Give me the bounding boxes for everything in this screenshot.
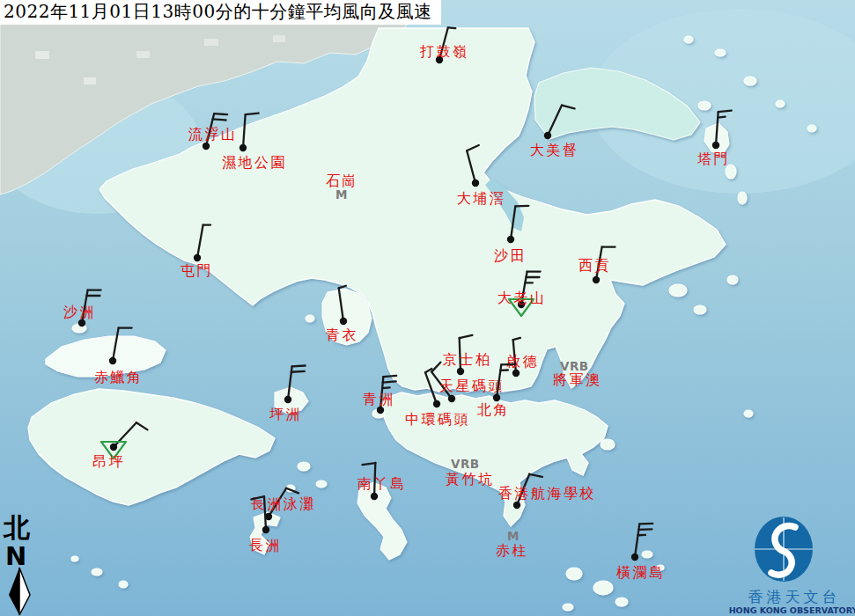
station-dot [433,400,440,407]
station-dot [457,368,464,375]
station-label: 長洲 [249,537,282,554]
station-label: 沙田 [494,247,527,264]
station-label: 濕地公園 [222,154,287,171]
station-label: 大老山 [498,290,547,306]
station-dot [262,526,269,533]
station-label: 天星碼頭 [439,378,505,394]
wind-barb-half [382,387,389,388]
wind-barb-full [214,114,227,114]
wind-barb-half [448,27,455,28]
wind-map: 打鼓嶺流浮山濕地公園M石崗大美督塔門大埔滘沙田西貢大老山沙洲屯門赤鱲角青衣坪洲京… [0,0,855,616]
station-dot [448,395,455,402]
station-dot [507,236,514,243]
station-label: 北角 [477,401,510,418]
wind-barb-full [638,529,652,530]
map-background: 打鼓嶺流浮山濕地公園M石崗大美督塔門大埔滘沙田西貢大老山沙洲屯門赤鱲角青衣坪洲京… [0,0,855,616]
station-dot [371,493,378,500]
data-mark: M [507,529,520,543]
wind-barb-full [213,119,226,120]
station-label: 流浮山 [188,126,238,143]
station-dot [284,396,291,403]
station-label: 屯門 [181,262,213,279]
station-label: 啟德 [506,353,539,370]
station-label: 香港航海學校 [498,485,596,502]
station-dot [512,370,520,377]
hko-name-english: HONG KONG OBSERVATORY [729,605,855,615]
data-mark: M [335,187,348,202]
station-dot [109,357,116,364]
station-label: 青洲 [363,391,395,407]
station-dot [712,142,719,149]
wind-barb-full [719,111,732,113]
wind-barb-full [515,206,528,207]
station-dot [78,319,85,326]
station-label: 塔門 [697,150,730,167]
station-label: 大美督 [530,142,579,158]
station-dot [194,254,201,261]
wind-barb-full [292,365,306,366]
data-mark: VRB [451,457,480,471]
station-dot [377,407,384,414]
station-label: 中環碼頭 [405,411,470,428]
station-label: 京士柏 [443,351,492,368]
station-label: 黃竹坑 [446,471,495,488]
station-label: 將軍澳 [553,371,602,388]
north-label-cn: 北 [3,512,31,543]
station-dot [110,444,117,451]
wind-barb-full [246,114,259,115]
station-dot [544,132,551,139]
station-dot [631,554,638,561]
station-dot [493,394,500,401]
station-label: 西貢 [579,257,611,274]
station-dot [340,318,347,325]
wind-barb-full [383,381,396,382]
station-label: 沙洲 [63,304,96,320]
hko-name-chinese: 香港天文台 [748,588,841,605]
wind-barb-half [718,117,725,118]
map-title: 2022年11月01日13時00分的十分鐘平均風向及風速 [0,0,441,25]
station-dot [593,276,600,283]
station-dot [472,180,479,187]
station-dot [513,502,520,509]
station-dot [203,143,210,150]
wind-barb-full [501,364,514,365]
station-dot [240,144,247,151]
station-label: 橫瀾島 [616,564,666,581]
wind-barb-full [383,376,396,377]
wind-barb-full [291,371,305,372]
station-label: 石崗 [326,172,358,189]
station-label: 大埔滘 [457,190,506,207]
station-label: 打鼓嶺 [419,43,469,60]
wind-barb-full [639,524,652,524]
station-label: 昂坪 [92,453,125,470]
north-label-en: N [5,541,26,571]
hko-logo-icon [755,517,813,582]
station-label: 赤柱 [496,542,528,559]
station-label: 赤鱲角 [94,369,144,385]
station-label: 青衣 [326,326,358,343]
station-label: 南丫島 [357,475,407,492]
station-label: 坪洲 [269,406,302,422]
